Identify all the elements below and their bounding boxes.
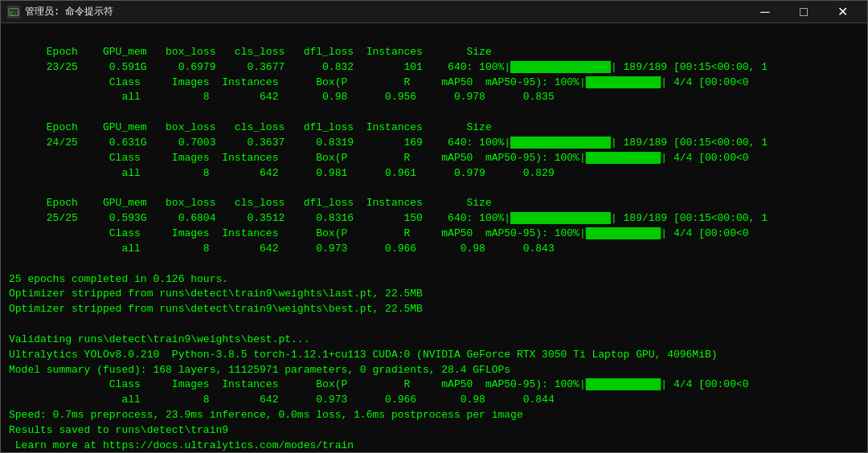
window: C:\ 管理员: 命令提示符 ─ □ ✕ Epoch GPU_mem box_l… xyxy=(0,0,868,453)
window-title: 管理员: 命令提示符 xyxy=(25,5,747,18)
terminal-output[interactable]: Epoch GPU_mem box_loss cls_loss dfl_loss… xyxy=(1,23,867,452)
terminal-content: Epoch GPU_mem box_loss cls_loss dfl_loss… xyxy=(9,30,859,452)
svg-text:C:\: C:\ xyxy=(10,10,19,16)
titlebar: C:\ 管理员: 命令提示符 ─ □ ✕ xyxy=(1,1,867,23)
window-icon: C:\ xyxy=(7,6,20,18)
close-button[interactable]: ✕ xyxy=(824,1,861,23)
window-controls: ─ □ ✕ xyxy=(747,1,861,23)
minimize-button[interactable]: ─ xyxy=(747,1,784,23)
maximize-button[interactable]: □ xyxy=(785,1,822,23)
